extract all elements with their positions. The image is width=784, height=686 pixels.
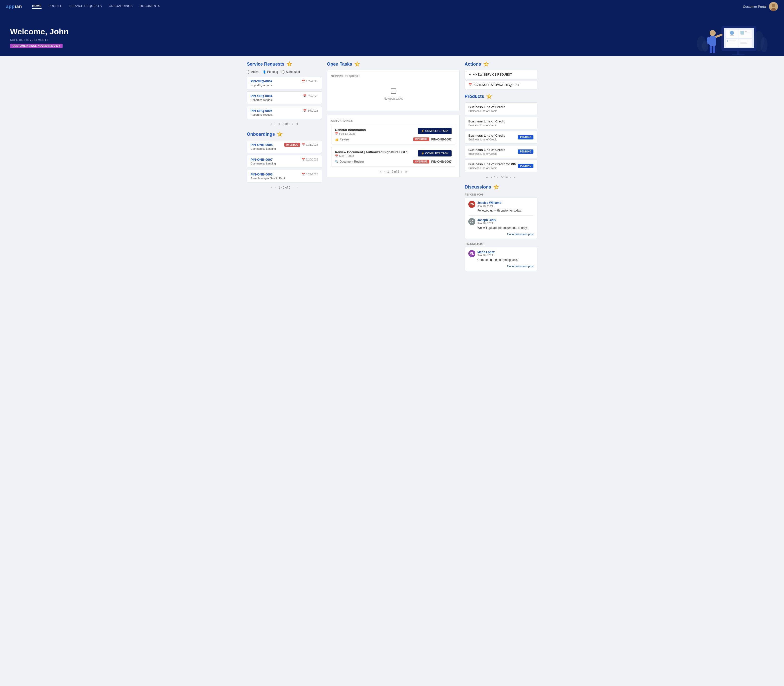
middle-column: Open Tasks 3 SERVICE REQUESTS ☰ No open … [327,61,460,274]
disc-username-1-0[interactable]: Maria Lopez [477,250,495,254]
svg-rect-10 [745,31,747,32]
sr-date-2: 📅 3/7/2023 [303,109,318,113]
onboardings-badge: 2 [277,131,283,137]
onb-card-2[interactable]: PIN-ONB-0003 📅 3/24/2023 Asset Manager N… [247,170,322,183]
task-info-0: General Information 📅 Feb 13, 2023 [335,128,366,136]
sr-id-1: PIN-SRQ-0004 [251,94,272,98]
empty-tasks: ☰ No open tasks [331,80,455,108]
complete-task-btn-0[interactable]: ⚡ COMPLETE TASK [418,128,452,134]
nav-profile[interactable]: PROFILE [49,4,62,9]
nav-documents[interactable]: DOCUMENTS [140,4,160,9]
svg-rect-7 [730,35,734,36]
hero-text: Welcome, John SAFE BET INVESTMENTS CUSTO… [10,27,689,56]
disc-user-info-0-1: Joseph Clark Jan 18, 2021 [477,218,496,225]
task-date-1: 📅 Mar 6, 2023 [335,155,408,158]
svg-point-6 [730,31,734,35]
products-next-page[interactable]: › [509,175,512,180]
tasks-last-page[interactable]: » [404,169,408,174]
user-avatar[interactable] [769,2,778,11]
onb-page-info: 1 - 5 of 5 [278,186,290,189]
radio-pending[interactable]: Pending [263,70,278,74]
onb-last-page[interactable]: » [296,185,299,190]
disc-link-0[interactable]: Go to discussion post [468,233,533,235]
onb-overdue-0: OVERDUE [284,143,300,147]
product-card-0[interactable]: Business Line of Credit Business Line of… [465,102,537,115]
product-pending-2: PENDING [518,135,533,139]
sr-id-0: PIN-SRQ-0002 [251,79,272,83]
nav-onboardings[interactable]: ONBOARDINGS [109,4,133,9]
product-name-0: Business Line of Credit [468,105,505,109]
products-section: Products 5 Business Line of Credit Busin… [465,93,537,180]
tasks-sr-label: SERVICE REQUESTS [331,75,455,78]
filter-radio-group: Active Pending Scheduled [247,70,322,74]
products-first-page[interactable]: « [485,175,489,180]
task-header-0: General Information 📅 Feb 13, 2023 ⚡ COM… [335,128,452,136]
product-card-4[interactable]: Business Line of Credit for PIN Business… [465,160,537,172]
portal-label[interactable]: Customer Portal [743,5,766,8]
sr-card-2[interactable]: PIN-SRQ-0005 📅 3/7/2023 Reporting reques… [247,106,322,119]
svg-rect-19 [740,43,747,44]
empty-icon: ☰ [331,87,455,95]
sr-id-2: PIN-SRQ-0005 [251,109,272,113]
disc-entry-0-1: JC Joseph Clark Jan 18, 2021 We will upl… [468,218,533,230]
sr-first-page[interactable]: « [270,121,273,126]
svg-rect-23 [713,46,715,53]
product-card-3[interactable]: Business Line of Credit Business Line of… [465,145,537,158]
tasks-next-page[interactable]: › [400,169,403,174]
schedule-service-request-btn[interactable]: 📅 SCHEDULE SERVICE REQUEST [465,81,537,89]
discussions-section: Discussions 6 PIN-ONB-0001 JW Jessica Wi… [465,184,537,271]
radio-active[interactable]: Active [247,70,259,74]
product-card-2[interactable]: Business Line of Credit Business Line of… [465,131,537,144]
svg-rect-11 [745,33,750,33]
tasks-onb-label: ONBOARDINGS [331,119,455,122]
nav-service-requests[interactable]: SERVICE REQUESTS [69,4,102,9]
products-last-page[interactable]: » [513,175,516,180]
svg-point-1 [772,4,775,7]
open-tasks-header: Open Tasks 3 [327,61,460,67]
disc-date-1-0: Jan 18, 2021 [477,254,495,257]
sr-last-page[interactable]: » [296,121,299,126]
tasks-first-page[interactable]: « [379,169,382,174]
onb-next-page[interactable]: › [291,185,294,190]
hero-company: SAFE BET INVESTMENTS [10,38,689,41]
empty-tasks-text: No open tasks [331,97,455,100]
products-prev-page[interactable]: ‹ [490,175,493,180]
disc-username-0-0[interactable]: Jessica Williams [477,201,501,204]
disc-date-0-1: Jan 18, 2021 [477,222,496,225]
disc-date-0-0: Jan 18, 2021 [477,204,501,207]
sr-prev-page[interactable]: ‹ [274,121,278,126]
product-card-1[interactable]: Business Line of Credit Business Line of… [465,117,537,129]
onb-card-0[interactable]: PIN-ONB-0005 OVERDUE 📅 1/31/2023 Commerc… [247,140,322,153]
sr-card-1[interactable]: PIN-SRQ-0004 📅 2/7/2023 Reporting reques… [247,91,322,104]
new-service-request-btn[interactable]: ＋ + NEW SERVICE REQUEST [465,70,537,79]
plus-icon: ＋ [468,72,471,77]
discussions-badge: 6 [493,184,499,190]
radio-scheduled[interactable]: Scheduled [282,70,300,74]
products-page-info: 1 - 5 of 14 [494,175,508,179]
onb-first-page[interactable]: « [270,185,273,190]
onb-desc-0: Commercial Lending [251,147,318,150]
svg-point-20 [710,30,715,36]
product-pending-4: PENDING [518,164,533,168]
sr-pagination: « ‹ 1 - 3 of 3 › » [247,121,322,126]
disc-username-0-1[interactable]: Joseph Clark [477,218,496,222]
svg-rect-31 [732,54,745,56]
onb-card-1[interactable]: PIN-ONB-0007 📅 3/20/2023 Commercial Lend… [247,155,322,168]
schedule-sr-label: SCHEDULE SERVICE REQUEST [474,83,519,87]
sr-card-0[interactable]: PIN-SRQ-0002 📅 12/7/2022 Reporting reque… [247,77,322,89]
products-badge: 5 [486,93,492,100]
product-info-4: Business Line of Credit for PIN Business… [468,162,516,170]
svg-point-13 [727,40,728,42]
product-info-0: Business Line of Credit Business Line of… [468,105,505,113]
onb-id-0: PIN-ONB-0005 [251,143,273,147]
sr-next-page[interactable]: › [291,121,294,126]
open-tasks-badge: 3 [354,61,360,67]
tasks-page-info: 1 - 2 of 2 [387,170,399,173]
tasks-prev-page[interactable]: ‹ [383,169,386,174]
nav-home[interactable]: HOME [32,4,42,9]
complete-task-btn-1[interactable]: ⚡ COMPLETE TASK [418,150,452,157]
nav-right: Customer Portal [743,2,778,11]
disc-link-1[interactable]: Go to discussion post [468,265,533,268]
hero-greeting: Welcome, John [10,27,689,36]
onb-prev-page[interactable]: ‹ [274,185,278,190]
